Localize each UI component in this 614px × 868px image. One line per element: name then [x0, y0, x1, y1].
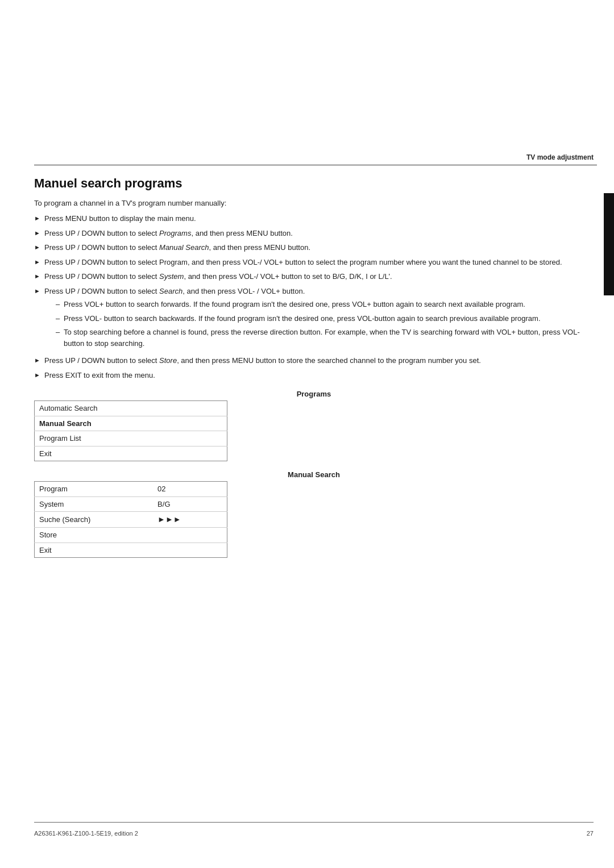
intro-text: To program a channel in a TV's program n… [34, 199, 594, 207]
bullet-arrow: ► [34, 356, 44, 365]
tv-mode-label: TV mode adjustment [526, 153, 594, 161]
list-item: ► Press MENU button to display the main … [34, 213, 594, 224]
sub-bullet: – [56, 327, 64, 338]
list-item: ► Press UP / DOWN button to select Progr… [34, 228, 594, 239]
sub-list-item: – Press VOL- button to search backwards.… [44, 313, 594, 324]
page-title: Manuel search programs [34, 176, 594, 191]
bullet-arrow: ► [34, 228, 44, 238]
table-row: Automatic Search [35, 401, 227, 416]
sub-list-item: – Press VOL+ button to search forwards. … [44, 299, 594, 310]
list-item-text: Press UP / DOWN button to select Search,… [44, 286, 594, 352]
table-cell: Program List [35, 431, 227, 446]
footer: A26361-K961-Z100-1-5E19, edition 2 27 [34, 830, 594, 837]
sub-list-item-text: Press VOL- button to search backwards. I… [64, 313, 594, 324]
list-item-text: Press UP / DOWN button to select Store, … [44, 355, 594, 366]
table-row: System B/G [35, 496, 227, 512]
list-item-text: Press UP / DOWN button to select Program… [44, 257, 594, 268]
manual-search-table-section: Manual Search Program 02 System B/G Such… [34, 470, 594, 558]
list-item: ► Press EXIT to exit from the menu. [34, 370, 594, 381]
right-bar-decoration [604, 193, 614, 295]
list-item-text: Press UP / DOWN button to select Program… [44, 228, 594, 239]
search-arrows-icon: ►►► [157, 515, 181, 524]
bullet-arrow: ► [34, 257, 44, 267]
page-container: TV mode adjustment Manuel search program… [0, 0, 614, 868]
sub-bullet: – [56, 313, 64, 324]
manual-search-table-title: Manual Search [34, 470, 594, 479]
list-item-text: Press UP / DOWN button to select System,… [44, 271, 594, 282]
list-item: ► Press UP / DOWN button to select Progr… [34, 257, 594, 268]
table-cell-value [153, 542, 227, 558]
table-cell-value: 02 [153, 482, 227, 497]
table-row: Manual Search [35, 416, 227, 431]
table-cell-value: ►►► [153, 512, 227, 528]
table-row: Suche (Search) ►►► [35, 512, 227, 528]
list-item: ► Press UP / DOWN button to select Store… [34, 355, 594, 366]
footer-right: 27 [587, 830, 594, 837]
programs-table: Automatic Search Manual Search Program L… [34, 400, 227, 461]
programs-table-title: Programs [34, 390, 594, 398]
table-cell-label: System [35, 496, 154, 512]
sub-list-item: – To stop searching before a channel is … [44, 327, 594, 349]
table-cell-value: B/G [153, 496, 227, 512]
list-item: ► Press UP / DOWN button to select Searc… [34, 286, 594, 352]
bullet-arrow: ► [34, 286, 44, 296]
table-row: Program 02 [35, 482, 227, 497]
manual-search-table: Program 02 System B/G Suche (Search) ►►►… [34, 481, 227, 558]
bullet-arrow: ► [34, 214, 44, 223]
list-item-text: Press EXIT to exit from the menu. [44, 370, 594, 381]
sub-list-item-text: Press VOL+ button to search forwards. If… [64, 299, 594, 310]
main-content: Manuel search programs To program a chan… [34, 176, 594, 567]
list-item: ► Press UP / DOWN button to select Syste… [34, 271, 594, 282]
table-row: Exit [35, 542, 227, 558]
top-rule [34, 165, 597, 165]
bullet-arrow: ► [34, 370, 44, 380]
sub-bullet: – [56, 299, 64, 310]
table-row: Store [35, 528, 227, 543]
instruction-list: ► Press MENU button to display the main … [34, 213, 594, 381]
programs-table-section: Programs Automatic Search Manual Search … [34, 390, 594, 461]
table-cell: Automatic Search [35, 401, 227, 416]
table-cell-label: Program [35, 482, 154, 497]
bullet-arrow: ► [34, 272, 44, 281]
table-cell: Manual Search [35, 416, 227, 431]
table-cell-value [153, 528, 227, 543]
table-cell-label: Exit [35, 542, 154, 558]
table-cell-label: Store [35, 528, 154, 543]
list-item-text: Press UP / DOWN button to select Manual … [44, 242, 594, 253]
table-cell-label: Suche (Search) [35, 512, 154, 528]
bottom-rule [34, 822, 594, 823]
sub-instruction-list: – Press VOL+ button to search forwards. … [44, 299, 594, 349]
footer-left: A26361-K961-Z100-1-5E19, edition 2 [34, 830, 138, 837]
list-item: ► Press UP / DOWN button to select Manua… [34, 242, 594, 253]
bullet-arrow: ► [34, 243, 44, 252]
table-cell: Exit [35, 446, 227, 461]
sub-list-item-text: To stop searching before a channel is fo… [64, 327, 594, 349]
list-item-text: Press MENU button to display the main me… [44, 213, 594, 224]
table-row: Exit [35, 446, 227, 461]
table-row: Program List [35, 431, 227, 446]
